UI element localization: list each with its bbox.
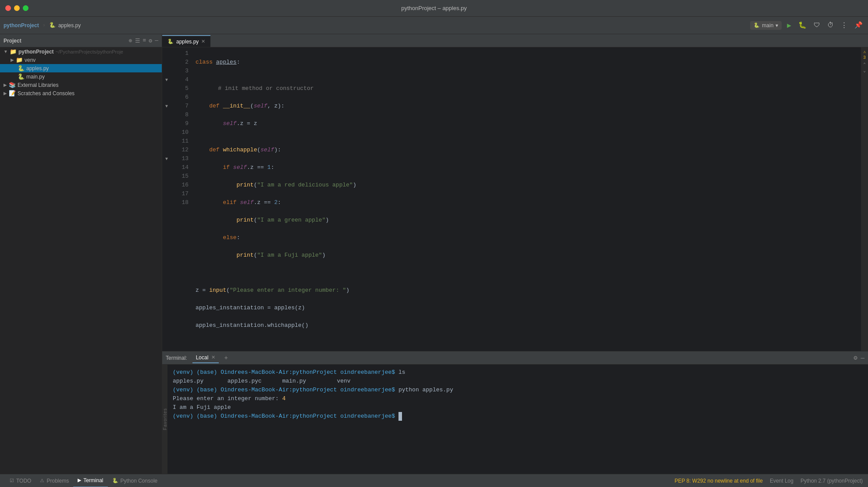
folder-icon: 📁 bbox=[10, 48, 17, 55]
fold-else-icon[interactable]: ▼ bbox=[162, 154, 171, 163]
gutter-empty-5 bbox=[162, 84, 171, 93]
code-line-18: apples_instantiation.whichapple() bbox=[196, 321, 861, 330]
venv-arrow: ▶ bbox=[11, 57, 14, 62]
cursor bbox=[398, 412, 402, 421]
gutter-empty-2 bbox=[162, 58, 171, 67]
venv-folder-icon: 📁 bbox=[16, 57, 23, 63]
code-line-10: elif self.z == 2: bbox=[196, 198, 861, 207]
gutter-empty-3 bbox=[162, 67, 171, 75]
tab-bar: 🐍 apples.py ✕ bbox=[162, 34, 868, 47]
terminal-settings-icon[interactable]: ⚙ bbox=[854, 354, 857, 362]
main-layout: Project ⊕ ☰ ≡ ⚙ — ▼ 📁 pythonProject ~/Py… bbox=[0, 34, 868, 474]
input-value: 4 bbox=[282, 395, 286, 402]
hide-icon[interactable]: — bbox=[155, 37, 158, 44]
ext-lib-icon: 📚 bbox=[9, 82, 16, 88]
terminal-bottom-icon: ▶ bbox=[78, 477, 81, 483]
code-line-9: print("I am a red delicious apple") bbox=[196, 181, 861, 190]
pin-button[interactable]: 📌 bbox=[853, 20, 864, 30]
gutter-empty-9 bbox=[162, 119, 171, 128]
bottom-tabs: ☑ TODO ⚠ Problems ▶ Terminal 🐍 Python Co… bbox=[5, 474, 162, 487]
ext-lib-arrow: ▶ bbox=[4, 82, 7, 87]
tab-close-icon[interactable]: ✕ bbox=[201, 39, 205, 44]
maximize-button[interactable] bbox=[23, 5, 28, 11]
terminal-tab-bar: Terminal: Local ✕ + ⚙ — bbox=[162, 351, 868, 365]
terminal-tab-local[interactable]: Local ✕ bbox=[192, 353, 219, 363]
main-toolbar: pythonProject › 🐍 apples.py 🐍 main ▾ ▶ 🐛… bbox=[0, 17, 868, 34]
code-line-3: # init method or constructor bbox=[196, 84, 861, 93]
project-root-label: pythonProject bbox=[18, 49, 54, 55]
gutter-empty-10 bbox=[162, 128, 171, 137]
terminal-line-3: (venv) (base) Oindrees-MacBook-Air:pytho… bbox=[173, 386, 863, 394]
gutter-empty-11 bbox=[162, 137, 171, 146]
traffic-lights bbox=[5, 5, 28, 11]
favorites-label: Favorites bbox=[163, 408, 167, 430]
problems-label: Problems bbox=[46, 478, 69, 484]
sidebar-item-venv[interactable]: ▶ 📁 venv bbox=[0, 56, 162, 64]
fold-init-icon[interactable]: ▼ bbox=[162, 75, 171, 84]
line-numbers: 1 2 3 4 5 6 7 8 9 10 11 12 13 14 15 16 1… bbox=[171, 47, 192, 351]
sidebar-item-project-root[interactable]: ▼ 📁 pythonProject ~/PycharmProjects/pyth… bbox=[0, 47, 162, 56]
terminal-line-1: (venv) (base) Oindrees-MacBook-Air:pytho… bbox=[173, 368, 863, 377]
status-warning: PEP 8: W292 no newline at end of file bbox=[675, 478, 763, 484]
code-line-8: if self.z == 1: bbox=[196, 163, 861, 172]
expand-icon[interactable]: ⌃ bbox=[863, 62, 866, 67]
todo-icon: ☑ bbox=[10, 478, 14, 483]
right-scrollbar[interactable]: ⚠ 3 ⌃ ⌄ bbox=[861, 47, 868, 351]
terminal-minimize-icon[interactable]: — bbox=[861, 355, 864, 362]
collapse-arrow: ▼ bbox=[4, 49, 8, 54]
problems-tab[interactable]: ⚠ Problems bbox=[36, 474, 73, 487]
terminal-main: Favorites (venv) (base) Oindrees-MacBook… bbox=[162, 365, 868, 474]
scratches-label: Scratches and Consoles bbox=[18, 90, 75, 97]
event-log-label[interactable]: Event Log bbox=[770, 478, 793, 484]
editor-area: 🐍 apples.py ✕ ▼ ▼ ▼ bbox=[162, 34, 868, 474]
terminal-bottom-tab[interactable]: ▶ Terminal bbox=[73, 474, 107, 487]
main-py-file-icon: 🐍 bbox=[18, 73, 25, 80]
settings-icon[interactable]: ⚙ bbox=[149, 37, 152, 44]
python-console-tab[interactable]: 🐍 Python Console bbox=[108, 474, 162, 487]
project-label[interactable]: pythonProject bbox=[4, 22, 39, 29]
code-line-12: else: bbox=[196, 233, 861, 242]
cmd-2: python apples.py bbox=[398, 387, 453, 393]
code-line-5: self.z = z bbox=[196, 119, 861, 128]
terminal-line-2: apples.py apples.pyc main.py venv bbox=[173, 377, 863, 386]
tab-apples-py[interactable]: 🐍 apples.py ✕ bbox=[162, 35, 210, 47]
sidebar-toolbar: Project ⊕ ☰ ≡ ⚙ — bbox=[0, 34, 162, 47]
run-config-selector[interactable]: 🐍 main ▾ bbox=[750, 21, 782, 30]
close-button[interactable] bbox=[5, 5, 11, 11]
code-editor[interactable]: ▼ ▼ ▼ 1 2 3 4 5 6 7 8 9 bbox=[162, 47, 868, 351]
filter-icon[interactable]: ≡ bbox=[143, 37, 146, 44]
main-py-label: main.py bbox=[26, 74, 45, 80]
code-content[interactable]: class apples: # init method or construct… bbox=[192, 47, 861, 351]
prompt-3: (venv) (base) Oindrees-MacBook-Air:pytho… bbox=[173, 413, 398, 419]
venv-label: venv bbox=[25, 57, 36, 63]
terminal-add-tab[interactable]: + bbox=[222, 354, 229, 362]
sidebar-item-scratches[interactable]: ▶ 📝 Scratches and Consoles bbox=[0, 89, 162, 97]
minimize-button[interactable] bbox=[14, 5, 20, 11]
sidebar-item-main-py[interactable]: 🐍 main.py bbox=[0, 72, 162, 81]
prompt-2: (venv) (base) Oindrees-MacBook-Air:pytho… bbox=[173, 387, 398, 393]
fold-whichapple-icon[interactable]: ▼ bbox=[162, 102, 171, 111]
add-file-icon[interactable]: ⊕ bbox=[129, 37, 132, 44]
terminal-content[interactable]: (venv) (base) Oindrees-MacBook-Air:pytho… bbox=[167, 365, 868, 474]
titlebar: pythonProject – apples.py bbox=[0, 0, 868, 17]
gutter-empty-12 bbox=[162, 146, 171, 154]
tab-py-icon: 🐍 bbox=[167, 39, 174, 44]
breadcrumb-separator: › bbox=[43, 22, 46, 29]
fold-class-icon[interactable] bbox=[162, 49, 171, 58]
sidebar-item-apples-py[interactable]: 🐍 apples.py bbox=[0, 64, 162, 72]
coverage-button[interactable]: 🛡 bbox=[812, 21, 822, 30]
scratches-arrow: ▶ bbox=[4, 91, 7, 96]
collapse-icon[interactable]: ⌄ bbox=[863, 68, 866, 73]
todo-tab[interactable]: ☑ TODO bbox=[5, 474, 36, 487]
local-tab-close[interactable]: ✕ bbox=[211, 355, 215, 360]
profile-button[interactable]: ⏱ bbox=[825, 21, 836, 30]
bottom-right: PEP 8: W292 no newline at end of file Ev… bbox=[675, 478, 863, 484]
run-button[interactable]: ▶ bbox=[785, 20, 793, 31]
debug-button[interactable]: 🐛 bbox=[797, 20, 808, 30]
sidebar-item-external-libraries[interactable]: ▶ 📚 External Libraries bbox=[0, 81, 162, 89]
code-line-16: z = input("Please enter an integer numbe… bbox=[196, 286, 861, 295]
code-line-1: class apples: bbox=[196, 58, 861, 67]
more-button[interactable]: ⋮ bbox=[839, 20, 849, 30]
code-line-13: print("I am a Fuji apple") bbox=[196, 251, 861, 260]
collapse-icon[interactable]: ☰ bbox=[135, 37, 140, 44]
